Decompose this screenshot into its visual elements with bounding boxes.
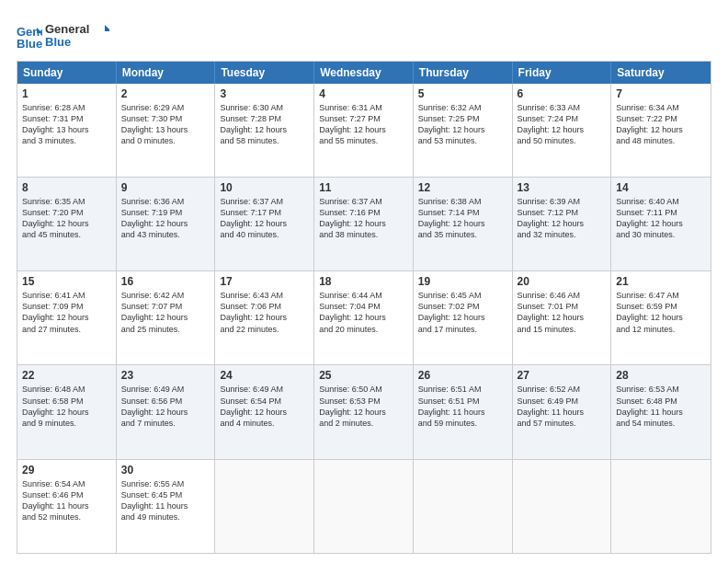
empty-cell — [611, 460, 711, 553]
day-number: 21 — [616, 275, 706, 288]
svg-text:Blue: Blue — [17, 37, 42, 50]
cell-info: Sunrise: 6:32 AMSunset: 7:25 PMDaylight:… — [418, 102, 507, 147]
day-number: 29 — [22, 464, 111, 477]
day-cell-16: 16Sunrise: 6:42 AMSunset: 7:07 PMDayligh… — [117, 271, 216, 364]
day-cell-30: 30Sunrise: 6:55 AMSunset: 6:45 PMDayligh… — [117, 460, 216, 553]
day-cell-12: 12Sunrise: 6:38 AMSunset: 7:14 PMDayligh… — [414, 178, 513, 270]
day-cell-13: 13Sunrise: 6:39 AMSunset: 7:12 PMDayligh… — [513, 178, 612, 270]
day-number: 23 — [121, 369, 210, 382]
day-number: 2 — [121, 87, 210, 100]
day-cell-5: 5Sunrise: 6:32 AMSunset: 7:25 PMDaylight… — [414, 84, 513, 177]
day-number: 24 — [220, 369, 309, 382]
day-cell-28: 28Sunrise: 6:53 AMSunset: 6:48 PMDayligh… — [611, 365, 711, 458]
day-cell-17: 17Sunrise: 6:43 AMSunset: 7:06 PMDayligh… — [215, 271, 314, 364]
day-cell-11: 11Sunrise: 6:37 AMSunset: 7:16 PMDayligh… — [314, 178, 414, 270]
cell-info: Sunrise: 6:36 AMSunset: 7:19 PMDaylight:… — [121, 196, 210, 241]
day-number: 19 — [418, 275, 507, 288]
day-number: 5 — [418, 87, 507, 100]
header-day-thursday: Thursday — [414, 62, 513, 84]
calendar-row-5: 29Sunrise: 6:54 AMSunset: 6:46 PMDayligh… — [17, 460, 711, 553]
day-number: 4 — [319, 87, 408, 100]
day-number: 9 — [121, 181, 210, 194]
day-cell-14: 14Sunrise: 6:40 AMSunset: 7:11 PMDayligh… — [611, 178, 711, 270]
cell-info: Sunrise: 6:47 AMSunset: 6:59 PMDaylight:… — [616, 290, 706, 335]
day-cell-25: 25Sunrise: 6:50 AMSunset: 6:53 PMDayligh… — [314, 365, 414, 458]
cell-info: Sunrise: 6:49 AMSunset: 6:54 PMDaylight:… — [220, 384, 309, 429]
day-number: 26 — [418, 369, 507, 382]
day-cell-7: 7Sunrise: 6:34 AMSunset: 7:22 PMDaylight… — [611, 84, 711, 177]
day-cell-6: 6Sunrise: 6:33 AMSunset: 7:24 PMDaylight… — [513, 84, 612, 177]
day-number: 3 — [220, 87, 309, 100]
cell-info: Sunrise: 6:48 AMSunset: 6:58 PMDaylight:… — [22, 384, 111, 429]
day-cell-23: 23Sunrise: 6:49 AMSunset: 6:56 PMDayligh… — [117, 365, 216, 458]
day-number: 20 — [518, 275, 607, 288]
day-cell-9: 9Sunrise: 6:36 AMSunset: 7:19 PMDaylight… — [117, 178, 216, 270]
cell-info: Sunrise: 6:51 AMSunset: 6:51 PMDaylight:… — [418, 384, 507, 429]
calendar-header: SundayMondayTuesdayWednesdayThursdayFrid… — [17, 62, 711, 84]
calendar-body: 1Sunrise: 6:28 AMSunset: 7:31 PMDaylight… — [17, 84, 711, 553]
header: General Blue General Blue — [17, 17, 711, 53]
cell-info: Sunrise: 6:41 AMSunset: 7:09 PMDaylight:… — [22, 290, 111, 335]
day-number: 30 — [121, 464, 210, 477]
day-number: 28 — [616, 369, 706, 382]
empty-cell — [414, 460, 513, 553]
day-number: 6 — [518, 87, 607, 100]
day-cell-27: 27Sunrise: 6:52 AMSunset: 6:49 PMDayligh… — [513, 365, 612, 458]
cell-info: Sunrise: 6:49 AMSunset: 6:56 PMDaylight:… — [121, 384, 210, 429]
svg-marker-5 — [105, 25, 109, 31]
svg-text:Blue: Blue — [45, 35, 71, 49]
cell-info: Sunrise: 6:42 AMSunset: 7:07 PMDaylight:… — [121, 290, 210, 335]
empty-cell — [314, 460, 414, 553]
day-cell-10: 10Sunrise: 6:37 AMSunset: 7:17 PMDayligh… — [215, 178, 314, 270]
day-number: 25 — [319, 369, 408, 382]
logo: General Blue General Blue — [17, 20, 109, 53]
day-number: 11 — [319, 181, 408, 194]
day-cell-21: 21Sunrise: 6:47 AMSunset: 6:59 PMDayligh… — [611, 271, 711, 364]
day-cell-3: 3Sunrise: 6:30 AMSunset: 7:28 PMDaylight… — [215, 84, 314, 177]
empty-cell — [215, 460, 314, 553]
cell-info: Sunrise: 6:45 AMSunset: 7:02 PMDaylight:… — [418, 290, 507, 335]
cell-info: Sunrise: 6:31 AMSunset: 7:27 PMDaylight:… — [319, 102, 408, 147]
day-cell-19: 19Sunrise: 6:45 AMSunset: 7:02 PMDayligh… — [414, 271, 513, 364]
day-number: 15 — [22, 275, 111, 288]
calendar-row-1: 1Sunrise: 6:28 AMSunset: 7:31 PMDaylight… — [17, 84, 711, 178]
header-day-sunday: Sunday — [17, 62, 117, 84]
header-day-tuesday: Tuesday — [215, 62, 314, 84]
day-cell-2: 2Sunrise: 6:29 AMSunset: 7:30 PMDaylight… — [117, 84, 216, 177]
day-cell-26: 26Sunrise: 6:51 AMSunset: 6:51 PMDayligh… — [414, 365, 513, 458]
cell-info: Sunrise: 6:50 AMSunset: 6:53 PMDaylight:… — [319, 384, 408, 429]
header-day-saturday: Saturday — [611, 62, 711, 84]
day-cell-22: 22Sunrise: 6:48 AMSunset: 6:58 PMDayligh… — [17, 365, 117, 458]
cell-info: Sunrise: 6:28 AMSunset: 7:31 PMDaylight:… — [22, 102, 111, 147]
cell-info: Sunrise: 6:54 AMSunset: 6:46 PMDaylight:… — [22, 478, 111, 523]
header-day-monday: Monday — [117, 62, 216, 84]
cell-info: Sunrise: 6:34 AMSunset: 7:22 PMDaylight:… — [616, 102, 706, 147]
day-cell-18: 18Sunrise: 6:44 AMSunset: 7:04 PMDayligh… — [314, 271, 414, 364]
cell-info: Sunrise: 6:37 AMSunset: 7:16 PMDaylight:… — [319, 196, 408, 241]
day-cell-24: 24Sunrise: 6:49 AMSunset: 6:54 PMDayligh… — [215, 365, 314, 458]
page: General Blue General Blue SundayMondayTu… — [0, 0, 728, 563]
day-number: 7 — [616, 87, 706, 100]
cell-info: Sunrise: 6:53 AMSunset: 6:48 PMDaylight:… — [616, 384, 706, 429]
day-number: 12 — [418, 181, 507, 194]
day-number: 14 — [616, 181, 706, 194]
header-day-friday: Friday — [513, 62, 612, 84]
cell-info: Sunrise: 6:52 AMSunset: 6:49 PMDaylight:… — [518, 384, 607, 429]
logo-text: General Blue — [45, 20, 109, 53]
day-number: 13 — [518, 181, 607, 194]
header-day-wednesday: Wednesday — [314, 62, 414, 84]
calendar-row-3: 15Sunrise: 6:41 AMSunset: 7:09 PMDayligh… — [17, 271, 711, 365]
day-cell-20: 20Sunrise: 6:46 AMSunset: 7:01 PMDayligh… — [513, 271, 612, 364]
day-number: 16 — [121, 275, 210, 288]
svg-text:General: General — [45, 22, 89, 36]
day-cell-4: 4Sunrise: 6:31 AMSunset: 7:27 PMDaylight… — [314, 84, 414, 177]
cell-info: Sunrise: 6:44 AMSunset: 7:04 PMDaylight:… — [319, 290, 408, 335]
day-cell-1: 1Sunrise: 6:28 AMSunset: 7:31 PMDaylight… — [17, 84, 117, 177]
cell-info: Sunrise: 6:39 AMSunset: 7:12 PMDaylight:… — [518, 196, 607, 241]
cell-info: Sunrise: 6:40 AMSunset: 7:11 PMDaylight:… — [616, 196, 706, 241]
calendar: SundayMondayTuesdayWednesdayThursdayFrid… — [17, 61, 711, 554]
cell-info: Sunrise: 6:37 AMSunset: 7:17 PMDaylight:… — [220, 196, 309, 241]
logo-icon: General Blue — [17, 24, 42, 50]
day-number: 22 — [22, 369, 111, 382]
day-cell-29: 29Sunrise: 6:54 AMSunset: 6:46 PMDayligh… — [17, 460, 117, 553]
